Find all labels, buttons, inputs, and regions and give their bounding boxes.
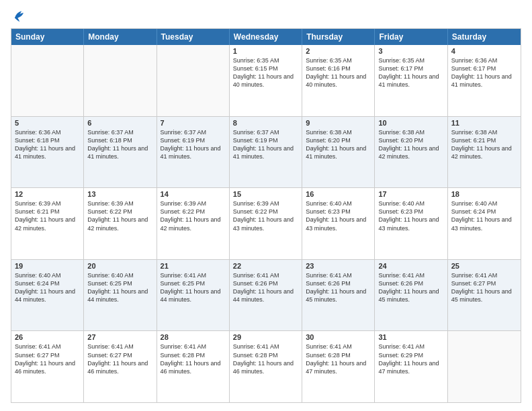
day-cell: 15Sunrise: 6:39 AM Sunset: 6:22 PM Dayli… (230, 188, 302, 259)
day-header-tuesday: Tuesday (157, 29, 230, 45)
day-cell (448, 331, 521, 402)
day-cell (11, 45, 84, 116)
day-header-wednesday: Wednesday (230, 29, 302, 45)
day-cell: 14Sunrise: 6:39 AM Sunset: 6:22 PM Dayli… (157, 188, 230, 259)
day-info: Sunrise: 6:40 AM Sunset: 6:23 PM Dayligh… (306, 199, 371, 232)
day-info: Sunrise: 6:41 AM Sunset: 6:27 PM Dayligh… (451, 271, 517, 304)
day-cell: 4Sunrise: 6:36 AM Sunset: 6:17 PM Daylig… (448, 45, 521, 116)
week-row-3: 12Sunrise: 6:39 AM Sunset: 6:21 PM Dayli… (11, 187, 521, 259)
day-cell: 8Sunrise: 6:37 AM Sunset: 6:19 PM Daylig… (230, 117, 302, 188)
day-number: 15 (233, 190, 298, 198)
week-row-1: 1Sunrise: 6:35 AM Sunset: 6:15 PM Daylig… (11, 45, 521, 116)
day-header-sunday: Sunday (11, 29, 84, 45)
day-cell: 26Sunrise: 6:41 AM Sunset: 6:27 PM Dayli… (11, 331, 84, 402)
day-number: 16 (306, 190, 371, 198)
day-number: 14 (161, 190, 226, 198)
day-cell: 9Sunrise: 6:38 AM Sunset: 6:20 PM Daylig… (302, 117, 375, 188)
day-number: 23 (306, 262, 371, 270)
day-cell: 16Sunrise: 6:40 AM Sunset: 6:23 PM Dayli… (302, 188, 375, 259)
day-header-thursday: Thursday (302, 29, 375, 45)
day-info: Sunrise: 6:41 AM Sunset: 6:25 PM Dayligh… (161, 271, 226, 304)
day-cell: 6Sunrise: 6:37 AM Sunset: 6:18 PM Daylig… (84, 117, 157, 188)
header (11, 8, 521, 23)
day-cell: 19Sunrise: 6:40 AM Sunset: 6:24 PM Dayli… (11, 260, 84, 331)
day-number: 6 (87, 119, 152, 127)
day-info: Sunrise: 6:40 AM Sunset: 6:23 PM Dayligh… (378, 199, 443, 232)
day-cell: 7Sunrise: 6:37 AM Sunset: 6:19 PM Daylig… (157, 117, 230, 188)
day-info: Sunrise: 6:37 AM Sunset: 6:18 PM Dayligh… (87, 128, 152, 161)
day-info: Sunrise: 6:41 AM Sunset: 6:26 PM Dayligh… (378, 271, 443, 304)
day-info: Sunrise: 6:40 AM Sunset: 6:24 PM Dayligh… (15, 271, 80, 304)
day-info: Sunrise: 6:35 AM Sunset: 6:16 PM Dayligh… (306, 56, 371, 89)
day-number: 24 (378, 262, 443, 270)
day-cell: 21Sunrise: 6:41 AM Sunset: 6:25 PM Dayli… (157, 260, 230, 331)
day-info: Sunrise: 6:41 AM Sunset: 6:26 PM Dayligh… (306, 271, 371, 304)
day-cell: 17Sunrise: 6:40 AM Sunset: 6:23 PM Dayli… (375, 188, 447, 259)
day-info: Sunrise: 6:40 AM Sunset: 6:24 PM Dayligh… (451, 199, 517, 232)
day-info: Sunrise: 6:39 AM Sunset: 6:22 PM Dayligh… (87, 199, 152, 232)
day-info: Sunrise: 6:37 AM Sunset: 6:19 PM Dayligh… (233, 128, 298, 161)
day-cell: 30Sunrise: 6:41 AM Sunset: 6:28 PM Dayli… (302, 331, 375, 402)
day-number: 2 (306, 47, 371, 55)
day-cell: 25Sunrise: 6:41 AM Sunset: 6:27 PM Dayli… (448, 260, 521, 331)
day-info: Sunrise: 6:35 AM Sunset: 6:15 PM Dayligh… (233, 56, 298, 89)
logo (11, 8, 28, 23)
day-info: Sunrise: 6:39 AM Sunset: 6:21 PM Dayligh… (15, 199, 80, 232)
day-number: 27 (87, 333, 152, 341)
day-headers: SundayMondayTuesdayWednesdayThursdayFrid… (11, 29, 521, 45)
day-header-saturday: Saturday (448, 29, 521, 45)
day-number: 7 (161, 119, 226, 127)
day-cell: 2Sunrise: 6:35 AM Sunset: 6:16 PM Daylig… (302, 45, 375, 116)
day-cell: 1Sunrise: 6:35 AM Sunset: 6:15 PM Daylig… (230, 45, 302, 116)
day-number: 25 (451, 262, 517, 270)
day-info: Sunrise: 6:38 AM Sunset: 6:21 PM Dayligh… (451, 128, 517, 161)
day-info: Sunrise: 6:39 AM Sunset: 6:22 PM Dayligh… (161, 199, 226, 232)
day-cell: 29Sunrise: 6:41 AM Sunset: 6:28 PM Dayli… (230, 331, 302, 402)
day-info: Sunrise: 6:41 AM Sunset: 6:28 PM Dayligh… (161, 342, 226, 375)
day-cell: 27Sunrise: 6:41 AM Sunset: 6:27 PM Dayli… (84, 331, 157, 402)
day-number: 11 (451, 119, 517, 127)
day-number: 1 (233, 47, 298, 55)
week-row-4: 19Sunrise: 6:40 AM Sunset: 6:24 PM Dayli… (11, 259, 521, 331)
day-number: 8 (233, 119, 298, 127)
day-cell: 18Sunrise: 6:40 AM Sunset: 6:24 PM Dayli… (448, 188, 521, 259)
day-info: Sunrise: 6:36 AM Sunset: 6:17 PM Dayligh… (451, 56, 517, 89)
day-cell: 24Sunrise: 6:41 AM Sunset: 6:26 PM Dayli… (375, 260, 447, 331)
day-info: Sunrise: 6:41 AM Sunset: 6:27 PM Dayligh… (87, 342, 152, 375)
day-cell (84, 45, 157, 116)
day-cell: 11Sunrise: 6:38 AM Sunset: 6:21 PM Dayli… (448, 117, 521, 188)
day-info: Sunrise: 6:41 AM Sunset: 6:28 PM Dayligh… (306, 342, 371, 375)
day-cell: 5Sunrise: 6:36 AM Sunset: 6:18 PM Daylig… (11, 117, 84, 188)
day-cell: 22Sunrise: 6:41 AM Sunset: 6:26 PM Dayli… (230, 260, 302, 331)
day-cell: 12Sunrise: 6:39 AM Sunset: 6:21 PM Dayli… (11, 188, 84, 259)
day-info: Sunrise: 6:41 AM Sunset: 6:27 PM Dayligh… (15, 342, 80, 375)
day-cell: 20Sunrise: 6:40 AM Sunset: 6:25 PM Dayli… (84, 260, 157, 331)
day-number: 19 (15, 262, 80, 270)
day-number: 3 (378, 47, 443, 55)
day-number: 5 (15, 119, 80, 127)
calendar: SundayMondayTuesdayWednesdayThursdayFrid… (11, 28, 521, 403)
day-number: 30 (306, 333, 371, 341)
day-info: Sunrise: 6:38 AM Sunset: 6:20 PM Dayligh… (306, 128, 371, 161)
day-info: Sunrise: 6:41 AM Sunset: 6:26 PM Dayligh… (233, 271, 298, 304)
day-number: 22 (233, 262, 298, 270)
day-number: 21 (161, 262, 226, 270)
day-cell: 13Sunrise: 6:39 AM Sunset: 6:22 PM Dayli… (84, 188, 157, 259)
day-info: Sunrise: 6:40 AM Sunset: 6:25 PM Dayligh… (87, 271, 152, 304)
day-info: Sunrise: 6:37 AM Sunset: 6:19 PM Dayligh… (161, 128, 226, 161)
day-number: 17 (378, 190, 443, 198)
day-number: 12 (15, 190, 80, 198)
day-cell: 23Sunrise: 6:41 AM Sunset: 6:26 PM Dayli… (302, 260, 375, 331)
day-cell (157, 45, 230, 116)
week-row-5: 26Sunrise: 6:41 AM Sunset: 6:27 PM Dayli… (11, 330, 521, 402)
day-header-friday: Friday (375, 29, 447, 45)
day-number: 26 (15, 333, 80, 341)
day-cell: 3Sunrise: 6:35 AM Sunset: 6:17 PM Daylig… (375, 45, 447, 116)
day-cell: 28Sunrise: 6:41 AM Sunset: 6:28 PM Dayli… (157, 331, 230, 402)
day-number: 18 (451, 190, 517, 198)
day-number: 4 (451, 47, 517, 55)
weeks-container: 1Sunrise: 6:35 AM Sunset: 6:15 PM Daylig… (11, 45, 521, 402)
day-number: 20 (87, 262, 152, 270)
logo-bird-icon (11, 8, 26, 23)
day-number: 9 (306, 119, 371, 127)
